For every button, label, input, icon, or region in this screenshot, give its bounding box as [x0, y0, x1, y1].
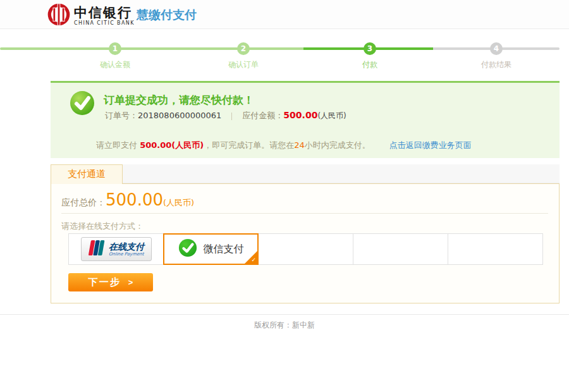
order-info-row: 订单号：2018080600000061应付金额：500.00(人民币) — [105, 110, 346, 121]
step-confirm-amount: 1 确认金额 — [80, 42, 150, 70]
footer-copyright: 版权所有：新中新 — [0, 320, 569, 331]
step-label: 付款 — [335, 59, 405, 70]
selected-check-icon — [251, 257, 256, 263]
total-price-row: 应付总价：500.00(人民币) — [61, 190, 194, 209]
separator — [61, 213, 548, 214]
header: 中信银行 CHINA CITIC BANK 慧缴付支付 — [0, 0, 569, 29]
tab-payment-channel[interactable]: 支付通道 — [51, 164, 123, 184]
total-price-label: 应付总价： — [61, 197, 106, 207]
unionpay-logo: 在线支付 Online Payment — [81, 237, 152, 261]
success-check-icon — [70, 90, 95, 118]
arrow-right-icon: > — [128, 278, 133, 287]
amount-label: 应付金额： — [242, 111, 283, 120]
pay-reminder-mid: ，即可完成订单。请您在 — [204, 140, 294, 150]
pay-reminder-hours: 24 — [294, 140, 305, 150]
amount-value: 500.00 — [283, 110, 317, 120]
step-circle: 3 — [364, 42, 376, 55]
bank-name-block: 中信银行 CHINA CITIC BANK — [74, 6, 135, 26]
pay-reminder-row: 请立即支付 500.00(人民币)，即可完成订单。请您在24小时内完成支付。点击… — [96, 140, 472, 151]
step-pay: 3 付款 — [335, 42, 405, 70]
unionpay-sublabel: Online Payment — [109, 252, 144, 257]
wechat-pay-icon — [178, 238, 197, 260]
bank-name-en: CHINA CITIC BANK — [74, 20, 135, 26]
amount-unit: (人民币) — [317, 111, 346, 120]
select-method-hint: 请选择在线支付方式： — [61, 221, 144, 232]
pay-reminder-suffix: 小时内完成支付。 — [305, 140, 370, 150]
next-step-label: 下一步 — [89, 276, 121, 288]
payment-box: 应付总价：500.00(人民币) 请选择在线支付方式： — [51, 183, 560, 303]
tabbar-background — [123, 164, 560, 183]
unionpay-label: 在线支付 — [109, 242, 144, 251]
step-circle: 1 — [109, 42, 121, 55]
citic-logo-icon — [47, 3, 71, 29]
step-label: 付款结果 — [462, 59, 531, 70]
payment-method-empty — [448, 233, 543, 265]
page: 中信银行 CHINA CITIC BANK 慧缴付支付 1 确认金额 2 确认订… — [0, 0, 569, 392]
order-number-label: 订单号： — [105, 111, 138, 120]
divider — [231, 113, 232, 120]
unionpay-bars-icon — [88, 240, 105, 258]
next-step-button[interactable]: 下一步 > — [68, 273, 153, 291]
step-label: 确认订单 — [209, 59, 278, 70]
progress-steps: 1 确认金额 2 确认订单 3 付款 4 付款结果 — [0, 37, 569, 76]
step-label: 确认金额 — [80, 59, 150, 70]
payment-methods-row: 在线支付 Online Payment — [68, 233, 543, 265]
page-title: 慧缴付支付 — [137, 7, 197, 23]
bank-name: 中信银行 — [74, 6, 135, 20]
step-circle: 2 — [237, 42, 250, 55]
order-number-value: 2018080600000061 — [138, 111, 221, 120]
order-success-panel: 订单提交成功，请您尽快付款！ 订单号：2018080600000061应付金额：… — [51, 81, 560, 158]
payment-method-empty — [258, 233, 353, 265]
pay-reminder-prefix: 请立即支付 — [96, 140, 140, 150]
total-price-amount: 500.00 — [106, 190, 163, 209]
bank-logo: 中信银行 CHINA CITIC BANK — [47, 3, 135, 29]
step-confirm-order: 2 确认订单 — [209, 42, 278, 70]
return-to-fees-link[interactable]: 点击返回缴费业务页面 — [389, 140, 472, 150]
wechat-label: 微信支付 — [204, 243, 244, 256]
step-circle: 4 — [490, 42, 503, 55]
pay-reminder-amount: 500.00(人民币) — [140, 140, 204, 150]
payment-method-wechat[interactable]: 微信支付 — [163, 233, 259, 265]
footer-divider — [0, 314, 569, 315]
step-result: 4 付款结果 — [462, 42, 531, 70]
total-price-unit: (人民币) — [163, 198, 194, 207]
success-title: 订单提交成功，请您尽快付款！ — [104, 93, 254, 107]
payment-method-empty — [353, 233, 448, 265]
payment-method-unionpay[interactable]: 在线支付 Online Payment — [68, 233, 164, 265]
unionpay-text: 在线支付 Online Payment — [109, 242, 144, 257]
